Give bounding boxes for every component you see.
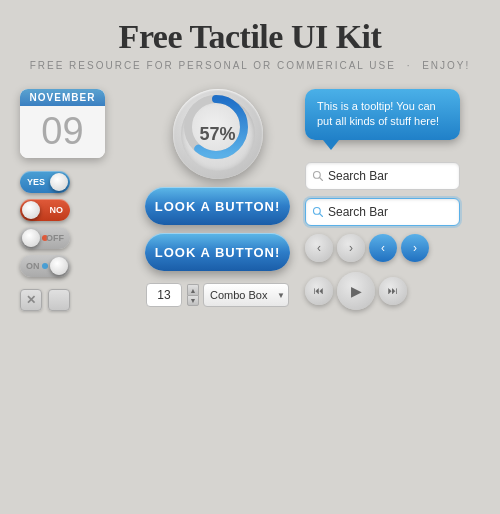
toggle-no[interactable]: NO	[20, 199, 70, 221]
toggle-no-label: NO	[50, 205, 64, 215]
page-subtitle: FREE RESOURCE FOR PERSONAL OR COMMERICAL…	[0, 60, 500, 71]
media-play-icon: ▶	[351, 283, 362, 299]
nav-arrows: ‹ › ‹ ›	[305, 234, 460, 262]
checkbox-row: ✕	[20, 289, 130, 311]
big-button-1[interactable]: LOOK A BUTTON!	[145, 187, 290, 225]
svg-line-5	[320, 213, 323, 216]
media-rewind[interactable]: ⏮	[305, 277, 333, 305]
calendar-body: 09	[20, 106, 105, 158]
big-button-2[interactable]: LOOK A BUTTON!	[145, 233, 290, 271]
toggle-off[interactable]: OFF	[20, 227, 70, 249]
calendar-month: NOVEMBER	[20, 89, 105, 106]
dot-divider: ·	[407, 60, 412, 71]
circular-progress-inner: 57%	[181, 97, 255, 171]
combo-row: 13 ▲ ▼ Combo Box ▼	[146, 283, 289, 307]
nav-prev-gray[interactable]: ‹	[305, 234, 333, 262]
number-spin: ▲ ▼	[187, 284, 199, 306]
toggle-no-row: NO	[20, 199, 130, 221]
column-middle: 57% LOOK A BUTTON! LOOK A BUTTON! 13 ▲ ▼…	[140, 89, 295, 311]
combo-select[interactable]: Combo Box	[203, 283, 289, 307]
column-right: This is a tooltip! You can put all kinds…	[305, 89, 460, 311]
toggle-on-label: ON	[26, 261, 40, 271]
search-icon-2	[312, 206, 324, 218]
circular-progress: 57%	[181, 92, 255, 177]
calendar-widget: NOVEMBER 09	[20, 89, 105, 158]
nav-prev-blue[interactable]: ‹	[369, 234, 397, 262]
column-left: NOVEMBER 09 YES NO	[20, 89, 130, 311]
media-controls: ⏮ ▶ ⏭	[305, 272, 460, 310]
toggle-off-thumb	[22, 229, 40, 247]
search-bar-1-label: Search Bar	[328, 169, 453, 183]
nav-prev-blue-icon: ‹	[381, 241, 385, 255]
toggles-group: YES NO OFF ON	[20, 171, 130, 277]
toggle-yes[interactable]: YES	[20, 171, 70, 193]
tooltip-bubble: This is a tooltip! You can put all kinds…	[305, 89, 460, 140]
tooltip-text: This is a tooltip! You can put all kinds…	[317, 100, 439, 127]
checkbox-empty[interactable]	[48, 289, 70, 311]
nav-next-blue-icon: ›	[413, 241, 417, 255]
media-forward-icon: ⏭	[388, 285, 398, 296]
toggle-off-row: OFF	[20, 227, 130, 249]
media-rewind-icon: ⏮	[314, 285, 324, 296]
nav-prev-gray-icon: ‹	[317, 241, 321, 255]
content-area: NOVEMBER 09 YES NO	[0, 79, 500, 321]
search-bar-2-label: Search Bar	[328, 205, 453, 219]
svg-line-3	[320, 177, 323, 180]
toggle-off-label: OFF	[46, 233, 64, 243]
toggle-yes-thumb	[50, 173, 68, 191]
media-forward[interactable]: ⏭	[379, 277, 407, 305]
search-bar-2[interactable]: Search Bar	[305, 198, 460, 226]
spin-down[interactable]: ▼	[187, 295, 199, 306]
search-bar-1-container: Search Bar	[305, 162, 460, 190]
combo-wrapper: Combo Box ▼	[203, 283, 289, 307]
calendar-day: 09	[20, 112, 105, 150]
page-title: Free Tactile UI Kit	[0, 18, 500, 56]
number-input[interactable]: 13	[146, 283, 182, 307]
toggle-on-dot	[42, 263, 48, 269]
search-bar-2-container: Search Bar	[305, 198, 460, 226]
media-play[interactable]: ▶	[337, 272, 375, 310]
checkbox-x[interactable]: ✕	[20, 289, 42, 311]
progress-label: 57%	[199, 124, 235, 145]
nav-next-gray[interactable]: ›	[337, 234, 365, 262]
spin-up[interactable]: ▲	[187, 284, 199, 295]
toggle-no-thumb	[22, 201, 40, 219]
toggle-on-row: ON	[20, 255, 130, 277]
toggle-yes-label: YES	[27, 177, 45, 187]
checkbox-x-icon: ✕	[26, 293, 36, 307]
nav-next-gray-icon: ›	[349, 241, 353, 255]
toggle-yes-row: YES	[20, 171, 130, 193]
toggle-on-thumb	[50, 257, 68, 275]
search-bar-1[interactable]: Search Bar	[305, 162, 460, 190]
search-icon-1	[312, 170, 324, 182]
page-header: Free Tactile UI Kit FREE RESOURCE FOR PE…	[0, 0, 500, 79]
toggle-on[interactable]: ON	[20, 255, 70, 277]
nav-next-blue[interactable]: ›	[401, 234, 429, 262]
circular-progress-outer: 57%	[173, 89, 263, 179]
